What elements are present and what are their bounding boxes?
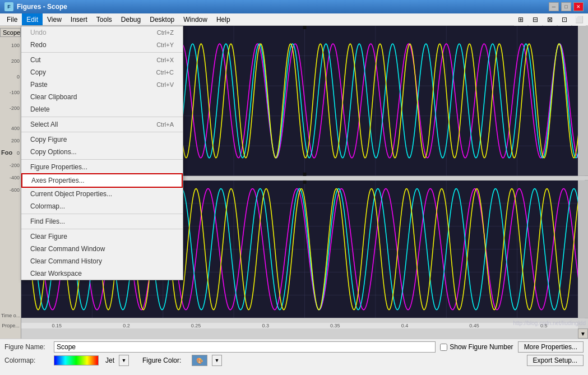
separator-3 (21, 132, 183, 132)
menu-item-axes-properties[interactable]: Axes Properties... (21, 173, 183, 188)
window-controls: ─ □ ✕ (549, 2, 584, 11)
title-bar: F Figures - Scope ─ □ ✕ (0, 0, 588, 13)
menu-item-copy-figure[interactable]: Copy Figure (21, 133, 183, 146)
figure-name-input[interactable] (54, 341, 436, 353)
menu-window[interactable]: Window (179, 13, 212, 25)
colormap-row: Colormap: Jet ▼ Figure Color: 🎨 ▼ Export… (4, 355, 584, 366)
props-label: Prope... (1, 323, 21, 328)
separator-4 (21, 159, 183, 160)
figure-color-dropdown-button[interactable]: ▼ (212, 355, 222, 366)
toolbar-icon-2[interactable]: ⊟ (529, 13, 542, 26)
menu-item-redo[interactable]: Redo Ctrl+Y (21, 39, 183, 51)
menu-item-figure-properties[interactable]: Figure Properties... (21, 161, 183, 173)
figure-name-row: Figure Name: Show Figure Number More Pro… (4, 341, 584, 353)
separator-6 (21, 229, 183, 229)
y-axis-upper: 100 200 0 -100 -200 (0, 40, 21, 113)
menu-item-copy[interactable]: Copy Ctrl+C (21, 66, 183, 78)
app-icon: F (4, 2, 13, 11)
menu-item-colormap[interactable]: Colormap... (21, 200, 183, 212)
menu-view[interactable]: View (43, 13, 66, 25)
menu-item-clear-figure[interactable]: Clear Figure (21, 230, 183, 243)
separator-1 (21, 52, 183, 53)
menu-item-cut[interactable]: Cut Ctrl+X (21, 54, 183, 66)
foo-label: Foo (1, 149, 12, 156)
menu-bar: File Edit View Insert Tools Debug Deskto… (0, 13, 588, 26)
menu-item-current-object-properties[interactable]: Current Object Properties... (21, 188, 183, 200)
figure-color-button[interactable]: 🎨 (192, 355, 207, 366)
menu-item-delete[interactable]: Delete (21, 103, 183, 115)
toolbar-icon-4[interactable]: ⊡ (558, 13, 571, 26)
menu-item-find-files[interactable]: Find Files... (21, 215, 183, 228)
toolbar-icon-5[interactable]: ⬜ (572, 13, 586, 26)
colormap-name: Jet (105, 357, 114, 364)
menu-item-select-all[interactable]: Select All Ctrl+A (21, 118, 183, 131)
minimize-button[interactable]: ─ (549, 2, 559, 11)
toolbar-icon-1[interactable]: ⊞ (514, 13, 527, 26)
menu-item-paste[interactable]: Paste Ctrl+V (21, 78, 183, 91)
x-axis-labels: 0.15 0.2 0.25 0.3 0.35 0.4 0.45 0.5 (21, 323, 578, 328)
menu-item-clear-command-window[interactable]: Clear Command Window (21, 243, 183, 255)
scroll-corner[interactable]: ▼ (578, 328, 588, 339)
figure-name-label: Figure Name: (4, 343, 49, 351)
left-panel: Scope 100 200 0 -100 -200 Foo 400 200 0 … (0, 26, 21, 339)
colormap-strip (54, 355, 99, 365)
figure-color-label: Figure Color: (142, 357, 187, 364)
time-label: Time o... (1, 313, 21, 318)
show-figure-number-checkbox[interactable] (440, 344, 447, 351)
edit-dropdown-menu: Undo Ctrl+Z Redo Ctrl+Y Cut Ctrl+X Copy … (21, 26, 183, 280)
menu-item-clear-command-history[interactable]: Clear Command History (21, 255, 183, 267)
menu-insert[interactable]: Insert (66, 13, 92, 25)
toolbar-icon-3[interactable]: ⊠ (543, 13, 557, 26)
menu-file[interactable]: File (2, 13, 22, 25)
menu-help[interactable]: Help (212, 13, 235, 25)
maximize-button[interactable]: □ (561, 2, 571, 11)
separator-2 (21, 117, 183, 117)
menu-debug[interactable]: Debug (117, 13, 145, 25)
window-title: Figures - Scope (17, 3, 67, 11)
separator-5 (21, 214, 183, 214)
menu-item-clear-clipboard[interactable]: Clear Clipboard (21, 91, 183, 103)
menu-item-clear-workspace[interactable]: Clear Workspace (21, 267, 183, 280)
colormap-label: Colormap: (4, 357, 49, 364)
y-axis-lower: 400 200 0 -200 -400 -600 (0, 123, 21, 195)
menu-tools[interactable]: Tools (92, 13, 117, 25)
more-properties-button[interactable]: More Properties... (518, 341, 584, 353)
colormap-dropdown-button[interactable]: ▼ (119, 355, 129, 366)
menu-desktop[interactable]: Desktop (145, 13, 179, 25)
menu-item-copy-options[interactable]: Copy Options... (21, 146, 183, 158)
scope-tab[interactable]: Scope (0, 28, 21, 37)
menu-item-undo[interactable]: Undo Ctrl+Z (21, 26, 183, 39)
watermark: http://blog.csdn.net/liudingldd (513, 320, 586, 326)
menu-edit[interactable]: Edit (22, 13, 43, 25)
export-setup-button[interactable]: Export Setup... (527, 355, 584, 366)
close-button[interactable]: ✕ (573, 2, 584, 11)
show-figure-number-label: Show Figure Number (440, 343, 513, 351)
bottom-panel: Figure Name: Show Figure Number More Pro… (0, 339, 588, 375)
